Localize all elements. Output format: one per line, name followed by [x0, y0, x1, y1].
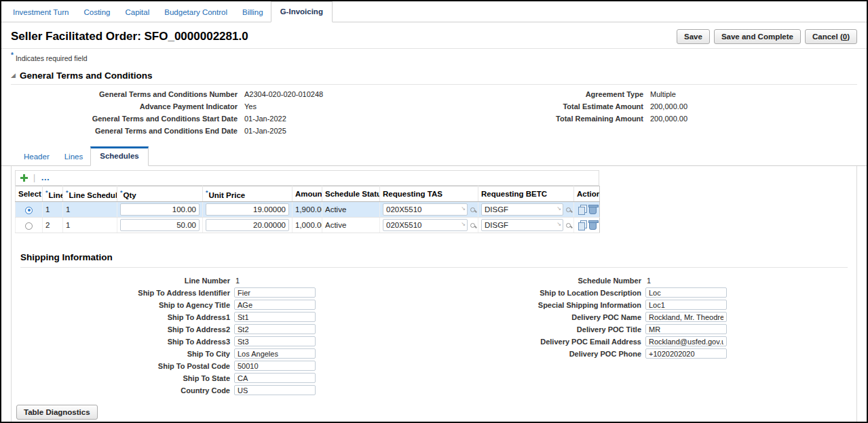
country-code-label: Country Code [20, 386, 230, 395]
line-schedule-cell: 1 [63, 202, 117, 218]
cancel-label-suffix: ) [847, 33, 850, 41]
ship-to-address-identifier-field[interactable] [234, 287, 316, 298]
schedule-number-value: 1 [647, 277, 651, 285]
amount-cell: 1,900.00 [293, 202, 322, 218]
country-code-field[interactable] [234, 385, 316, 395]
duplicate-row-icon[interactable] [578, 206, 584, 214]
detail-tab-bar: Header Lines Schedules [1, 147, 867, 166]
required-asterisk-icon: * [11, 52, 14, 59]
gtc-left-column: General Terms and Conditions NumberA2304… [11, 90, 398, 139]
delete-row-icon[interactable] [589, 207, 597, 214]
save-and-complete-button[interactable]: Save and Complete [714, 29, 801, 44]
gtc-number-value: A2304-020-020-010248 [244, 90, 323, 99]
add-row-icon[interactable] [20, 174, 28, 182]
ship-to-agency-title-field[interactable] [234, 300, 316, 310]
ship-to-postal-code-label: Ship To Postal Code [20, 362, 230, 370]
delivery-poc-title-field[interactable] [645, 324, 727, 334]
tab-budgetary-control[interactable]: Budgetary Control [157, 3, 235, 22]
col-line-schedule: *Line Schedule [63, 186, 117, 202]
requesting-tas-input[interactable] [383, 203, 468, 216]
row-select-radio[interactable] [25, 207, 33, 214]
tab-costing[interactable]: Costing [76, 3, 117, 22]
qty-input[interactable] [120, 203, 200, 216]
qty-input[interactable] [120, 219, 200, 231]
requesting-tas-input[interactable] [383, 219, 468, 231]
col-select: Select [16, 186, 43, 202]
col-actions: Actions [574, 186, 600, 202]
special-shipping-information-field[interactable] [645, 300, 727, 310]
tab-lines[interactable]: Lines [57, 148, 91, 165]
line-number-value: 1 [235, 277, 240, 285]
col-requesting-betc: Requesting BETC [478, 186, 574, 202]
search-icon[interactable] [566, 207, 571, 212]
ship-to-address1-field[interactable] [234, 312, 316, 322]
collapse-triangle-icon[interactable]: ◢ [11, 73, 16, 79]
advance-payment-label: Advance Payment Indicator [11, 102, 238, 111]
shipping-divider [20, 267, 848, 268]
required-note-text: Indicates required field [16, 54, 88, 62]
gtc-start-date-label: General Terms and Conditions Start Date [11, 115, 238, 123]
total-estimate-amount-value: 200,000.00 [650, 102, 687, 111]
unit-price-input[interactable] [206, 203, 289, 216]
required-asterisk-icon: * [206, 189, 208, 196]
header-actions: Save Save and Complete Cancel (0) [677, 29, 857, 44]
delivery-poc-email-field[interactable] [645, 336, 727, 346]
table-header-row: Select *Line *Line Schedule *Qty *Unit P… [16, 186, 600, 202]
search-icon[interactable] [470, 223, 475, 228]
tab-schedules[interactable]: Schedules [90, 146, 149, 166]
delete-row-icon[interactable] [589, 222, 597, 230]
gtc-right-column: Agreement TypeMultiple Total Estimate Am… [398, 90, 857, 139]
gtc-section: ◢ General Terms and Conditions General T… [1, 70, 867, 139]
delivery-poc-phone-field[interactable] [645, 348, 727, 359]
delivery-poc-phone-label: Delivery POC Phone [320, 350, 641, 358]
tab-billing[interactable]: Billing [235, 3, 271, 22]
col-qty: *Qty [117, 186, 203, 202]
line-cell: 2 [43, 218, 63, 233]
search-icon[interactable] [566, 223, 571, 228]
amount-cell: 1,000.00 [293, 218, 322, 233]
tab-header[interactable]: Header [16, 148, 57, 165]
unit-price-input[interactable] [206, 219, 289, 231]
duplicate-row-icon[interactable] [578, 222, 584, 229]
ship-to-address3-field[interactable] [234, 336, 316, 346]
ship-to-address3-label: Ship To Address3 [20, 338, 230, 346]
schedules-panel: | … Select *Line *Line Schedule *Qty *Un… [11, 166, 857, 423]
tab-g-invoicing[interactable]: G-Invoicing [271, 1, 333, 22]
ship-to-location-description-label: Ship to Location Description [320, 289, 641, 297]
col-line: *Line [43, 186, 63, 202]
tab-investment-turn[interactable]: Investment Turn [5, 3, 76, 22]
required-asterisk-icon: * [120, 189, 123, 196]
ship-to-address2-label: Ship To Address2 [20, 325, 230, 334]
search-icon[interactable] [470, 207, 475, 212]
row-select-radio[interactable] [25, 222, 33, 230]
table-toolbar: | … [15, 170, 599, 186]
requesting-betc-input[interactable] [481, 203, 563, 216]
save-button[interactable]: Save [677, 29, 710, 44]
special-shipping-information-label: Special Shipping Information [320, 301, 641, 309]
ship-to-address2-field[interactable] [234, 324, 316, 334]
required-asterisk-icon: * [66, 189, 69, 196]
schedules-table: Select *Line *Line Schedule *Qty *Unit P… [15, 186, 600, 234]
ship-to-location-description-field[interactable] [645, 287, 727, 298]
requesting-betc-input[interactable] [481, 219, 563, 231]
gtc-start-date-value: 01-Jan-2022 [244, 115, 286, 123]
total-estimate-amount-label: Total Estimate Amount [398, 102, 643, 111]
col-schedule-status: Schedule Status [322, 186, 380, 202]
delivery-poc-title-label: Delivery POC Title [320, 325, 641, 334]
shipping-left-column: Line Number1 Ship To Address Identifier … [20, 275, 320, 397]
cancel-button[interactable]: Cancel (0) [805, 29, 857, 44]
tab-capital[interactable]: Capital [117, 3, 157, 22]
ship-to-city-field[interactable] [234, 348, 316, 359]
gtc-section-title: General Terms and Conditions [20, 70, 153, 81]
delivery-poc-name-field[interactable] [645, 312, 727, 322]
cancel-label-prefix: Cancel ( [812, 33, 843, 41]
ship-to-state-field[interactable] [234, 373, 316, 383]
line-number-label: Line Number [20, 277, 230, 285]
table-diagnostics-button[interactable]: Table Diagnostics [16, 405, 98, 420]
line-cell: 1 [43, 202, 63, 218]
col-unit-price: *Unit Price [203, 186, 293, 202]
ship-to-postal-code-field[interactable] [234, 361, 316, 371]
total-remaining-amount-label: Total Remaining Amount [398, 115, 643, 123]
more-actions-icon[interactable]: … [41, 175, 50, 180]
agreement-type-value: Multiple [650, 90, 676, 99]
